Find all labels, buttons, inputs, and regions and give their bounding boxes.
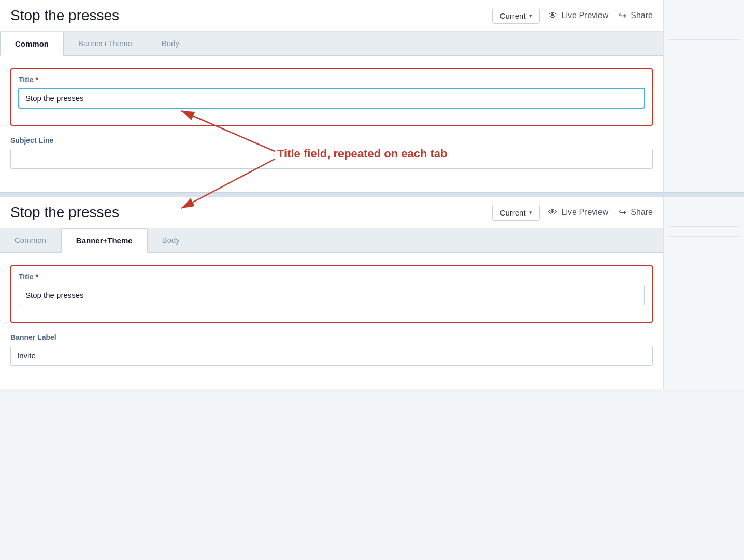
header-actions: 👁 Live Preview ↪ Share bbox=[548, 10, 653, 21]
required-star-top-title: * bbox=[36, 76, 38, 84]
top-title-field-group: Title * bbox=[19, 76, 645, 108]
bottom-chevron-down-icon: ▾ bbox=[529, 209, 532, 216]
page-title: Stop the presses bbox=[10, 7, 484, 24]
bottom-eye-icon: 👁 bbox=[548, 207, 557, 218]
bottom-share-button[interactable]: ↪ Share bbox=[619, 207, 653, 218]
top-content-area: Title * Subject Line bbox=[0, 56, 663, 192]
bottom-title-field-group: Title * bbox=[19, 272, 645, 305]
bottom-header-actions: 👁 Live Preview ↪ Share bbox=[548, 207, 653, 218]
bottom-page-title: Stop the presses bbox=[10, 204, 484, 221]
top-title-annotation-box: Title * bbox=[10, 68, 653, 126]
bottom-banner-label-label: Banner Label bbox=[10, 333, 653, 341]
bottom-section: Stop the presses Current ▾ 👁 Live Previe… bbox=[0, 197, 744, 389]
right-divider-3 bbox=[669, 39, 739, 40]
chevron-down-icon: ▾ bbox=[529, 12, 532, 19]
tab-banner-theme-top[interactable]: Banner+Theme bbox=[64, 32, 147, 55]
eye-icon: 👁 bbox=[548, 10, 557, 21]
live-preview-button[interactable]: 👁 Live Preview bbox=[548, 10, 609, 21]
top-tabs-bar: Common Banner+Theme Body bbox=[0, 32, 663, 56]
required-star-bottom-title: * bbox=[36, 272, 38, 281]
current-dropdown[interactable]: Current ▾ bbox=[492, 8, 540, 24]
top-title-label: Title * bbox=[19, 76, 645, 84]
top-main-panel: Stop the presses Current ▾ 👁 Live Previe… bbox=[0, 0, 663, 192]
bottom-title-annotation-box: Title * bbox=[10, 265, 653, 323]
page-wrapper: Stop the presses Current ▾ 👁 Live Previe… bbox=[0, 0, 744, 560]
bottom-banner-label-input[interactable] bbox=[10, 346, 653, 366]
bottom-right-divider-1 bbox=[669, 217, 739, 217]
right-divider-1 bbox=[669, 20, 739, 20]
top-section: Stop the presses Current ▾ 👁 Live Previe… bbox=[0, 0, 744, 193]
panel-divider bbox=[0, 193, 744, 197]
bottom-right-side bbox=[663, 197, 744, 389]
bottom-content-area: Title * Banner Label bbox=[0, 253, 663, 389]
top-right-side bbox=[663, 0, 744, 192]
tab-body-top[interactable]: Body bbox=[147, 32, 194, 55]
tab-common-bottom[interactable]: Common bbox=[0, 228, 61, 252]
top-subject-line-input[interactable] bbox=[10, 149, 653, 169]
bottom-right-divider-2 bbox=[669, 226, 739, 227]
top-title-input[interactable] bbox=[19, 88, 645, 108]
bottom-banner-label-field-group: Banner Label bbox=[10, 333, 653, 366]
bottom-title-label: Title * bbox=[19, 272, 645, 281]
share-icon: ↪ bbox=[619, 10, 626, 21]
tab-body-bottom[interactable]: Body bbox=[148, 228, 195, 252]
bottom-tabs-bar: Common Banner+Theme Body bbox=[0, 228, 663, 253]
top-header: Stop the presses Current ▾ 👁 Live Previe… bbox=[0, 0, 663, 32]
bottom-current-dropdown[interactable]: Current ▾ bbox=[492, 205, 540, 221]
top-subject-line-label: Subject Line bbox=[10, 136, 653, 145]
tab-banner-theme-bottom[interactable]: Banner+Theme bbox=[61, 228, 148, 253]
bottom-right-divider-3 bbox=[669, 236, 739, 237]
tab-common-top[interactable]: Common bbox=[0, 32, 64, 56]
share-button[interactable]: ↪ Share bbox=[619, 10, 653, 21]
bottom-header: Stop the presses Current ▾ 👁 Live Previe… bbox=[0, 197, 663, 228]
bottom-main-panel: Stop the presses Current ▾ 👁 Live Previe… bbox=[0, 197, 663, 389]
right-divider-2 bbox=[669, 30, 739, 30]
bottom-title-input[interactable] bbox=[19, 285, 645, 305]
top-subject-line-field-group: Subject Line bbox=[10, 136, 653, 169]
bottom-live-preview-button[interactable]: 👁 Live Preview bbox=[548, 207, 609, 218]
bottom-share-icon: ↪ bbox=[619, 207, 626, 218]
